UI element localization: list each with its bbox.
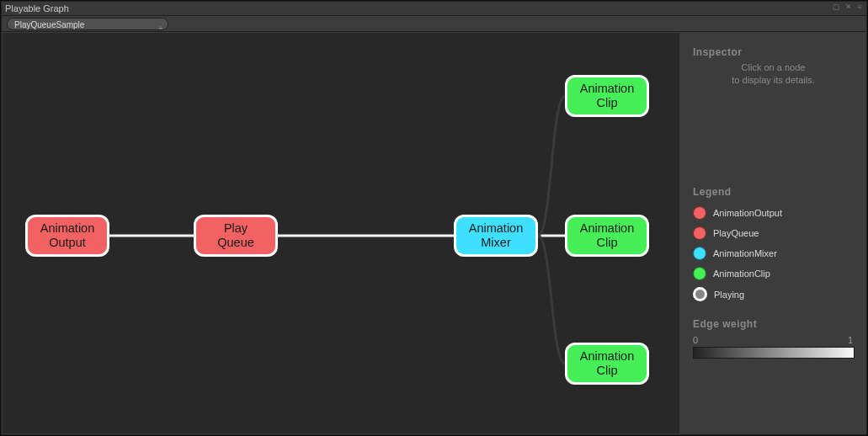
legend-item-animationclip: AnimationClip: [693, 267, 865, 280]
legend-label: AnimationClip: [713, 269, 770, 279]
legend: Legend AnimationOutput PlayQueue Animati…: [693, 186, 865, 301]
node-animation-output[interactable]: Animation Output: [25, 215, 109, 257]
legend-title: Legend: [693, 186, 865, 198]
node-animation-clip-2[interactable]: Animation Clip: [565, 343, 649, 385]
inspector-hint: Click on a node to display its details.: [681, 61, 865, 87]
legend-item-playing: Playing: [693, 287, 865, 301]
maximize-icon[interactable]: ▢: [833, 3, 840, 11]
legend-label: Playing: [714, 290, 744, 300]
close-icon[interactable]: ✕: [845, 3, 852, 11]
node-play-queue[interactable]: Play Queue: [194, 215, 278, 257]
legend-swatch-icon: [693, 206, 706, 220]
edge-mixer-clip0: [538, 96, 565, 236]
inspector-title: Inspector: [693, 46, 865, 58]
node-animation-clip-1[interactable]: Animation Clip: [565, 215, 649, 257]
edge-weight-max: 1: [848, 335, 853, 345]
side-panel: Inspector Click on a node to display its…: [681, 33, 865, 433]
inspector-hint-line1: Click on a node: [742, 62, 806, 72]
legend-item-playqueue: PlayQueue: [693, 226, 865, 240]
window-titlebar[interactable]: Playable Graph ▢ ✕ ∙≡: [2, 2, 866, 15]
toolbar: PlayQueueSample ÷: [2, 15, 866, 32]
graph-canvas[interactable]: Animation Output Play Queue Animation Mi…: [3, 33, 679, 433]
legend-label: AnimationMixer: [713, 248, 777, 258]
legend-swatch-icon: [693, 226, 706, 240]
legend-swatch-icon: [693, 287, 707, 301]
edge-weight-min: 0: [693, 335, 698, 345]
edge-weight-section: Edge weight 0 1: [693, 318, 865, 359]
legend-label: PlayQueue: [713, 228, 759, 238]
legend-item-animationoutput: AnimationOutput: [693, 206, 865, 220]
edge-mixer-clip2: [538, 236, 565, 364]
window-controls: ▢ ✕ ∙≡: [833, 3, 861, 11]
edge-weight-title: Edge weight: [693, 318, 865, 330]
editor-body: Animation Output Play Queue Animation Mi…: [2, 32, 866, 434]
graph-select-dropdown[interactable]: PlayQueueSample ÷: [7, 18, 168, 30]
legend-label: AnimationOutput: [713, 208, 782, 218]
legend-item-animationmixer: AnimationMixer: [693, 247, 865, 260]
edge-weight-labels: 0 1: [693, 335, 853, 347]
window-title: Playable Graph: [5, 3, 69, 13]
playable-graph-window: Playable Graph ▢ ✕ ∙≡ PlayQueueSample ÷: [0, 0, 868, 436]
inspector-hint-line2: to display its details.: [732, 75, 814, 85]
legend-swatch-icon: [693, 247, 706, 260]
node-animation-clip-0[interactable]: Animation Clip: [565, 75, 649, 117]
node-animation-mixer[interactable]: Animation Mixer: [454, 215, 538, 257]
edge-weight-gradient: [693, 347, 855, 359]
graph-select-value: PlayQueueSample: [14, 20, 84, 29]
context-menu-icon[interactable]: ∙≡: [857, 3, 861, 11]
legend-swatch-icon: [693, 267, 706, 280]
